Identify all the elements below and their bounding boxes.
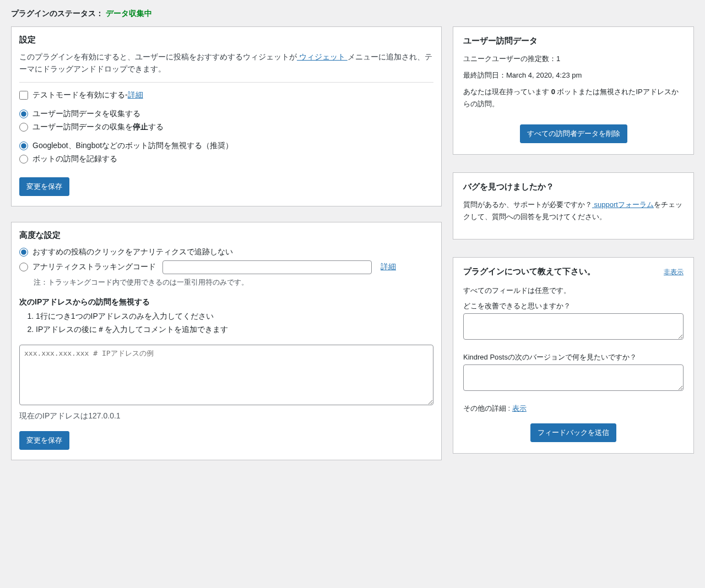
visit-data-panel: ユーザー訪問データ ユニークユーザーの推定数：1 最終訪問日：March 4, … (453, 26, 694, 155)
collect-on-radio[interactable] (19, 110, 28, 118)
advanced-save-button[interactable]: 変更を保存 (19, 431, 69, 450)
ignore-ip-heading: 次のIPアドレスからの訪問を無視する (19, 297, 433, 307)
advanced-title: 高度な設定 (19, 230, 433, 241)
bug-title: バグを見つけましたか？ (463, 182, 684, 192)
feedback-more-row: その他の詳細 : 表示 (463, 404, 684, 413)
feedback-hide-link[interactable]: 非表示 (664, 268, 684, 277)
settings-save-button[interactable]: 変更を保存 (19, 177, 69, 196)
bug-text: 質問があるか、サポートが必要ですか？ supportフォーラムをチェックして、質… (463, 199, 684, 223)
delete-visitors-button[interactable]: すべての訪問者データを削除 (520, 124, 627, 143)
bot-count: あなたは現在持っています 0 ボットまたは無視されたIPアドレスからの訪問。 (463, 86, 684, 110)
track-note: 注：トラッキングコード内で使用できるのは一重引用符のみです。 (34, 277, 433, 287)
feedback-q2-label: Kindred Postsの次のバージョンで何を見たいですか？ (463, 352, 684, 362)
settings-panel: 設定 このプラグインを有効にすると、ユーザーに投稿をおすすめするウィジェットが … (11, 26, 442, 206)
bug-panel: バグを見つけましたか？ 質問があるか、サポートが必要ですか？ supportフォ… (453, 172, 694, 239)
ip-notes: 1行につき1つのIPアドレスのみを入力してください IPアドレスの後に＃を入力し… (19, 312, 433, 335)
visit-data-title: ユーザー訪問データ (463, 36, 684, 46)
ip-ignore-textarea[interactable] (19, 345, 433, 405)
plugin-status-value: データ収集中 (106, 9, 152, 18)
settings-title: 設定 (19, 35, 433, 45)
bot-record-label: ボットの訪問を記録する (32, 154, 117, 164)
bot-ignore-radio[interactable] (19, 141, 28, 150)
collect-off-label: ユーザー訪問データの収集を停止する (32, 122, 164, 132)
divider (19, 82, 433, 83)
track-detail-link[interactable]: 詳細 (381, 262, 396, 272)
test-mode-detail-link[interactable]: 詳細 (128, 90, 143, 99)
widget-link[interactable]: ウィジェット (297, 52, 348, 61)
current-ip: 現在のIPアドレスは127.0.0.1 (19, 411, 433, 421)
feedback-title: プラグインについて教えて下さい。 (463, 266, 595, 277)
advanced-panel: 高度な設定 おすすめの投稿のクリックをアナリティクスで追跡しない アナリティクス… (11, 222, 442, 460)
bot-ignore-label: Googlebot、Bingbotなどのボット訪問を無視する（推奨） (32, 141, 233, 151)
plugin-status: プラグインのステータス： データ収集中 (11, 9, 694, 19)
track-on-label: アナリティクストラッキングコード (32, 262, 156, 272)
feedback-optional: すべてのフィールドは任意です。 (463, 285, 684, 297)
track-off-label: おすすめの投稿のクリックをアナリティクスで追跡しない (32, 247, 233, 257)
feedback-panel: プラグインについて教えて下さい。 非表示 すべてのフィールドは任意です。 どこを… (453, 257, 694, 454)
ip-note-2: IPアドレスの後に＃を入力してコメントを追加できます (36, 325, 433, 335)
unique-users: ユニークユーザーの推定数：1 (463, 53, 684, 65)
test-mode-label: テストモードを有効にする-詳細 (32, 90, 143, 100)
feedback-q2-input[interactable] (463, 364, 684, 391)
ip-note-1: 1行につき1つのIPアドレスのみを入力してください (36, 312, 433, 322)
plugin-status-label: プラグインのステータス： (11, 9, 104, 18)
feedback-q1-label: どこを改善できると思いますか？ (463, 301, 684, 311)
settings-desc: このプラグインを有効にすると、ユーザーに投稿をおすすめするウィジェットが ウィジ… (19, 51, 433, 75)
collect-on-label: ユーザー訪問データを収集する (32, 109, 140, 119)
tracking-code-input[interactable] (162, 260, 372, 274)
feedback-q1-input[interactable] (463, 313, 684, 340)
collect-off-radio[interactable] (19, 123, 28, 132)
support-forum-link[interactable]: supportフォーラム (592, 200, 654, 209)
last-visit: 最終訪問日：March 4, 2020, 4:23 pm (463, 69, 684, 81)
track-off-radio[interactable] (19, 248, 28, 257)
bot-record-radio[interactable] (19, 155, 28, 164)
feedback-submit-button[interactable]: フィードバックを送信 (530, 423, 616, 442)
track-on-radio[interactable] (19, 263, 28, 271)
test-mode-checkbox[interactable] (19, 91, 28, 100)
feedback-more-link[interactable]: 表示 (512, 404, 527, 412)
